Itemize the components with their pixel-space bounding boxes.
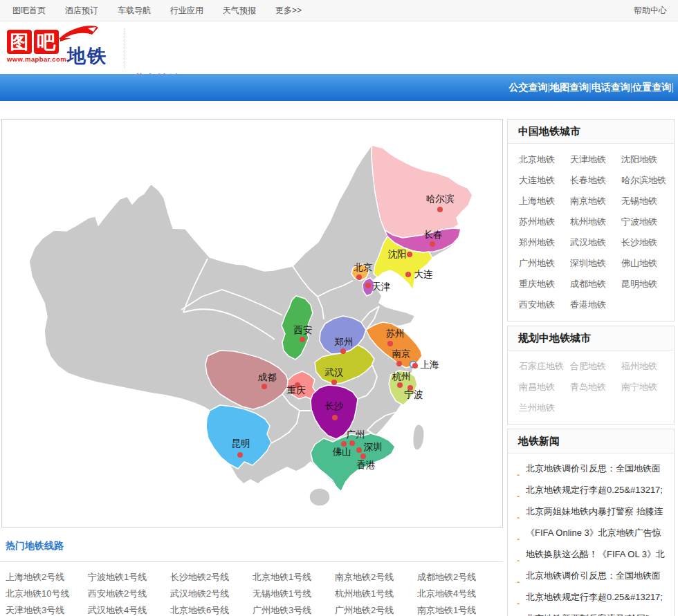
city-dot-杭州[interactable] <box>397 382 403 388</box>
city-dot-成都[interactable] <box>262 384 267 389</box>
news-item[interactable]: 地铁换肤这么酷！《FIFA OL 3》北 <box>508 543 667 565</box>
city-label-上海[interactable]: 上海 <box>421 360 439 370</box>
news-item[interactable]: 北京地铁调价引反思：全国地铁面 <box>508 458 667 479</box>
city-label-长春[interactable]: 长春 <box>424 230 443 240</box>
city-dot-天津[interactable] <box>365 283 371 288</box>
hot-line-link[interactable]: 无锡地铁1号线 <box>253 586 335 602</box>
city-label-武汉[interactable]: 武汉 <box>324 367 345 377</box>
news-item[interactable]: 北京地铁新票制后客流又“轮回” <box>508 608 667 616</box>
hot-line-link[interactable]: 南京地铁1号线 <box>417 602 500 616</box>
hot-line-link[interactable]: 北京地铁10号线 <box>6 586 88 602</box>
city-dot-长沙[interactable] <box>332 415 338 420</box>
metro-city-link[interactable]: 长沙地铁 <box>621 232 672 253</box>
hot-line-link[interactable]: 武汉地铁2号线 <box>170 586 253 602</box>
hot-line-link[interactable]: 广州地铁2号线 <box>335 602 417 616</box>
city-dot-哈尔滨[interactable] <box>437 207 443 212</box>
city-dot-深圳[interactable] <box>356 447 362 453</box>
news-item[interactable]: 北京两姐妹地铁内暴打警察 抬膝连 <box>508 501 667 522</box>
city-dot-昆明[interactable] <box>237 452 243 458</box>
metro-city-link[interactable]: 沈阳地铁 <box>621 149 672 170</box>
hot-line-link[interactable]: 西安地铁2号线 <box>88 586 170 602</box>
city-dot-北京[interactable] <box>356 274 362 280</box>
hot-line-link[interactable]: 北京地铁4号线 <box>417 586 500 602</box>
city-label-香港[interactable]: 香港 <box>357 460 376 470</box>
top-menu-item[interactable]: 车载导航 <box>108 0 161 21</box>
hot-line-link[interactable]: 上海地铁2号线 <box>6 569 88 586</box>
metro-city-link[interactable]: 长春地铁 <box>570 170 621 191</box>
metro-city-link[interactable]: 南京地铁 <box>570 191 621 212</box>
metro-city-link[interactable]: 郑州地铁 <box>519 232 570 253</box>
top-menu-item[interactable]: 行业应用 <box>161 0 213 21</box>
news-item[interactable]: 北京地铁规定行李超0.25&#13217; <box>508 479 667 501</box>
city-label-广州[interactable]: 广州 <box>347 429 365 440</box>
city-label-苏州[interactable]: 苏州 <box>386 328 405 339</box>
hot-line-link[interactable]: 宁波地铁1号线 <box>88 569 170 586</box>
hot-line-link[interactable]: 北京地铁6号线 <box>170 602 253 616</box>
metro-city-link[interactable]: 重庆地铁 <box>519 274 570 295</box>
metro-city-link[interactable]: 杭州地铁 <box>570 212 621 232</box>
city-dot-沈阳[interactable] <box>407 252 412 257</box>
city-label-天津[interactable]: 天津 <box>372 281 391 292</box>
city-dot-香港[interactable] <box>360 454 366 459</box>
metro-city-link[interactable]: 大连地铁 <box>519 170 570 191</box>
city-dot-郑州[interactable] <box>340 348 346 354</box>
nav-item[interactable]: 公交查询 <box>508 82 547 93</box>
city-label-重庆[interactable]: 重庆 <box>287 385 306 395</box>
city-label-郑州[interactable]: 郑州 <box>334 337 354 347</box>
city-label-昆明[interactable]: 昆明 <box>232 438 250 449</box>
city-label-长沙[interactable]: 长沙 <box>325 401 345 411</box>
metro-city-link[interactable]: 宁波地铁 <box>621 212 672 232</box>
city-label-佛山[interactable]: 佛山 <box>333 447 351 457</box>
metro-city-link[interactable]: 北京地铁 <box>519 149 570 170</box>
news-item[interactable]: 《FIFA Online 3》北京地铁广告惊 <box>508 522 667 543</box>
city-label-北京[interactable]: 北京 <box>354 262 373 272</box>
hot-line-link[interactable]: 长沙地铁2号线 <box>170 569 253 586</box>
hot-line-link[interactable]: 北京地铁1号线 <box>253 569 335 586</box>
city-dot-武汉[interactable] <box>331 380 337 385</box>
metro-city-link[interactable]: 广州地铁 <box>519 253 570 274</box>
city-dot-西安[interactable] <box>300 337 305 342</box>
city-label-宁波[interactable]: 宁波 <box>405 389 423 400</box>
metro-city-link[interactable]: 西安地铁 <box>519 295 570 315</box>
news-item[interactable]: 北京地铁调价引反思：全国地铁面 <box>508 565 667 586</box>
metro-city-link[interactable]: 佛山地铁 <box>621 253 672 274</box>
metro-city-link[interactable]: 深圳地铁 <box>570 253 621 274</box>
hot-line-link[interactable]: 天津地铁3号线 <box>6 602 88 616</box>
city-label-哈尔滨[interactable]: 哈尔滨 <box>426 194 455 204</box>
city-label-成都[interactable]: 成都 <box>258 372 277 382</box>
top-menu-item[interactable]: 酒店预订 <box>55 0 108 21</box>
city-dot-广州[interactable] <box>349 440 355 446</box>
city-label-大连[interactable]: 大连 <box>414 269 433 279</box>
metro-city-link[interactable]: 香港地铁 <box>570 295 621 315</box>
city-dot-上海[interactable] <box>412 363 418 368</box>
city-label-西安[interactable]: 西安 <box>294 325 313 335</box>
metro-city-link[interactable]: 无锡地铁 <box>621 191 672 212</box>
hot-line-link[interactable]: 成都地铁2号线 <box>417 569 500 586</box>
top-menu-item[interactable]: 天气预报 <box>213 0 266 21</box>
city-dot-大连[interactable] <box>405 272 411 277</box>
city-label-杭州[interactable]: 杭州 <box>392 371 411 382</box>
top-menu-item[interactable]: 更多>> <box>266 0 311 21</box>
nav-item[interactable]: 地图查询 <box>550 82 589 93</box>
metro-city-link[interactable]: 天津地铁 <box>570 149 621 170</box>
city-dot-长春[interactable] <box>430 241 435 247</box>
top-menu-item[interactable]: 图吧首页 <box>3 0 55 21</box>
news-item[interactable]: 北京地铁规定行李超0.25&#13217; <box>508 586 667 608</box>
hot-line-link[interactable]: 广州地铁3号线 <box>253 602 335 616</box>
help-center-link[interactable]: 帮助中心 <box>634 0 667 21</box>
hot-line-link[interactable]: 南京地铁2号线 <box>335 569 417 586</box>
metro-city-link[interactable]: 昆明地铁 <box>621 274 672 295</box>
city-dot-佛山[interactable] <box>341 441 347 447</box>
city-label-南京[interactable]: 南京 <box>392 348 411 359</box>
nav-item[interactable]: 电话查询 <box>592 82 630 93</box>
city-dot-苏州[interactable] <box>387 341 393 346</box>
hot-line-link[interactable]: 杭州地铁1号线 <box>335 586 417 602</box>
city-label-深圳[interactable]: 深圳 <box>364 442 383 452</box>
china-metro-map[interactable]: 哈尔滨长春沈阳大连北京天津西安郑州苏州南京上海武汉重庆成都长沙杭州宁波昆明广州佛… <box>1 119 503 528</box>
city-dot-南京[interactable] <box>396 361 402 366</box>
metro-city-link[interactable]: 武汉地铁 <box>570 232 621 253</box>
hot-line-link[interactable]: 武汉地铁4号线 <box>88 602 170 616</box>
metro-city-link[interactable]: 苏州地铁 <box>519 212 570 232</box>
city-label-沈阳[interactable]: 沈阳 <box>388 249 407 259</box>
nav-item[interactable]: 位置查询 <box>632 82 671 93</box>
